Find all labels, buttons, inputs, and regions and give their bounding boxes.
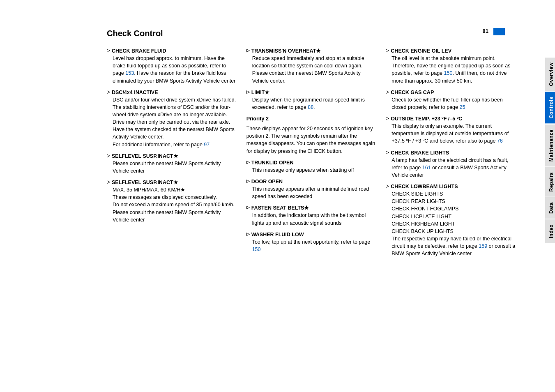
entry-title: TRANSMISS'N OVERHEAT★ xyxy=(251,47,321,55)
entry-body: Level has dropped approx. to minimum. Ha… xyxy=(107,55,238,85)
entry-check-engine-oil: ▷ CHECK ENGINE OIL LEV The oil level is … xyxy=(386,47,517,85)
triangle-icon: ▷ xyxy=(107,179,110,185)
link-97[interactable]: 97 xyxy=(204,142,210,148)
triangle-icon: ▷ xyxy=(246,48,250,54)
entry-title: WASHER FLUID LOW xyxy=(251,231,304,238)
entry-title: CHECK LOWBEAM LIGHTS xyxy=(391,183,458,190)
triangle-icon: ▷ xyxy=(386,48,389,54)
entry-header: ▷ CHECK ENGINE OIL LEV xyxy=(386,47,517,55)
link-153[interactable]: 153 xyxy=(125,70,134,76)
tab-maintenance[interactable]: Maintenance xyxy=(545,125,555,166)
priority-label: Priority 2 xyxy=(246,115,378,122)
priority2-section: Priority 2 These displays appear for 20 … xyxy=(246,115,378,155)
priority-description: These displays appear for 20 seconds as … xyxy=(246,125,378,155)
triangle-icon: ▷ xyxy=(246,231,250,238)
triangle-icon: ▷ xyxy=(246,89,250,95)
tab-overview[interactable]: Overview xyxy=(545,58,555,91)
entry-title: CHECK ENGINE OIL LEV xyxy=(391,47,451,55)
entry-body: MAX. 35 MPH/MAX. 60 KM/H★ These messages… xyxy=(107,186,238,224)
entry-title: DOOR OPEN xyxy=(251,178,283,185)
entry-header: ▷ SELFLEVEL SUSP.INACT★ xyxy=(107,179,238,186)
entry-check-brake-fluid: ▷ CHECK BRAKE FLUID Level has dropped ap… xyxy=(107,47,238,85)
entry-body: Reduce speed immediately and stop at a s… xyxy=(246,55,378,85)
entry-body: DSC and/or four-wheel drive system xDriv… xyxy=(107,96,238,148)
entry-body: This message appears after a minimal def… xyxy=(246,185,378,200)
entry-body: A lamp has failed or the electrical circ… xyxy=(386,157,517,179)
entry-selflevel1: ▷ SELFLEVEL SUSP.INACT★ Please consult t… xyxy=(107,152,238,175)
entry-trunklid-open: ▷ TRUNKLID OPEN This message only appear… xyxy=(246,159,378,174)
column-1: ▷ CHECK BRAKE FLUID Level has dropped ap… xyxy=(107,47,238,261)
entry-title: CHECK BRAKE LIGHTS xyxy=(391,149,449,157)
entry-check-gas-cap: ▷ CHECK GAS CAP Check to see whether the… xyxy=(386,89,517,111)
triangle-icon: ▷ xyxy=(386,150,389,156)
entry-washer-fluid: ▷ WASHER FLUID LOW Too low, top up at th… xyxy=(246,231,378,253)
link-25[interactable]: 25 xyxy=(459,104,465,110)
triangle-icon: ▷ xyxy=(386,183,389,189)
page-title: Check Control xyxy=(107,29,517,38)
entry-title: LIMIT★ xyxy=(251,89,270,96)
entry-body: Check to see whether the fuel filler cap… xyxy=(386,96,517,111)
entry-header: ▷ DSC/4x4 INACTIVE xyxy=(107,89,238,96)
content-columns: ▷ CHECK BRAKE FLUID Level has dropped ap… xyxy=(107,47,517,261)
link-88[interactable]: 88 xyxy=(308,104,313,110)
entry-title: OUTSIDE TEMP. +23 ºF /–5 ºC xyxy=(391,115,462,122)
column-2: ▷ TRANSMISS'N OVERHEAT★ Reduce speed imm… xyxy=(246,47,378,261)
entry-header: ▷ TRUNKLID OPEN xyxy=(246,159,378,166)
entry-body: Display when the programmed road-speed l… xyxy=(246,96,378,111)
link-76[interactable]: 76 xyxy=(497,138,503,144)
entry-title: DSC/4x4 INACTIVE xyxy=(112,89,158,96)
entry-title: SELFLEVEL SUSP.INACT★ xyxy=(112,179,178,186)
entry-header: ▷ SELFLEVEL SUSP.INACT★ xyxy=(107,152,238,160)
entry-selflevel2: ▷ SELFLEVEL SUSP.INACT★ MAX. 35 MPH/MAX.… xyxy=(107,179,238,224)
page-number: 81 xyxy=(483,28,488,34)
entry-title: TRUNKLID OPEN xyxy=(251,159,294,166)
entry-header: ▷ WASHER FLUID LOW xyxy=(246,231,378,238)
entry-header: ▷ CHECK BRAKE FLUID xyxy=(107,47,238,55)
triangle-icon: ▷ xyxy=(107,89,110,95)
triangle-icon: ▷ xyxy=(246,159,250,166)
tab-data[interactable]: Data xyxy=(545,197,555,219)
tab-repairs[interactable]: Repairs xyxy=(545,167,555,197)
entry-body: Too low, top up at the next opportunity,… xyxy=(246,238,378,253)
page-accent-bar xyxy=(493,28,505,35)
entry-header: ▷ TRANSMISS'N OVERHEAT★ xyxy=(246,47,378,55)
entry-check-brake-lights: ▷ CHECK BRAKE LIGHTS A lamp has failed o… xyxy=(386,149,517,179)
triangle-icon: ▷ xyxy=(107,48,110,54)
entry-header: ▷ CHECK LOWBEAM LIGHTS xyxy=(386,183,517,190)
triangle-icon: ▷ xyxy=(386,115,389,122)
triangle-icon: ▷ xyxy=(246,178,250,184)
entry-body: CHECK SIDE LIGHTS CHECK REAR LIGHTS CHEC… xyxy=(386,190,517,257)
entry-body: Please consult the nearest BMW Sports Ac… xyxy=(107,160,238,175)
entry-door-open: ▷ DOOR OPEN This message appears after a… xyxy=(246,178,378,200)
tab-index[interactable]: Index xyxy=(545,219,555,243)
entry-transmission-overheat: ▷ TRANSMISS'N OVERHEAT★ Reduce speed imm… xyxy=(246,47,378,85)
tab-controls[interactable]: Controls xyxy=(545,92,555,123)
link-159[interactable]: 159 xyxy=(479,243,487,249)
entry-body: This display is only an example. The cur… xyxy=(386,122,517,145)
link-150-oil[interactable]: 150 xyxy=(444,70,453,76)
entry-title: CHECK GAS CAP xyxy=(391,89,434,96)
entry-header: ▷ DOOR OPEN xyxy=(246,178,378,185)
entry-title: SELFLEVEL SUSP.INACT★ xyxy=(112,152,178,160)
entry-check-lights-group: ▷ CHECK LOWBEAM LIGHTS CHECK SIDE LIGHTS… xyxy=(386,183,517,257)
column-3: ▷ CHECK ENGINE OIL LEV The oil level is … xyxy=(386,47,517,261)
entry-title: FASTEN SEAT BELTS★ xyxy=(251,204,309,212)
triangle-icon: ▷ xyxy=(107,153,110,159)
entry-fasten-seat-belts: ▷ FASTEN SEAT BELTS★ In addition, the in… xyxy=(246,204,378,226)
entry-title: CHECK BRAKE FLUID xyxy=(112,47,166,55)
entry-header: ▷ CHECK BRAKE LIGHTS xyxy=(386,149,517,157)
entry-header: ▷ CHECK GAS CAP xyxy=(386,89,517,96)
sidebar-right: Overview Controls Maintenance Repairs Da… xyxy=(530,0,555,392)
link-161[interactable]: 161 xyxy=(422,165,431,171)
entry-header: ▷ FASTEN SEAT BELTS★ xyxy=(246,204,378,212)
entry-body: The oil level is at the absolute minimum… xyxy=(386,55,517,85)
entry-outside-temp: ▷ OUTSIDE TEMP. +23 ºF /–5 ºC This displ… xyxy=(386,115,517,145)
main-content: 81 Check Control ▷ CHECK BRAKE FLUID Lev… xyxy=(0,0,530,392)
triangle-icon: ▷ xyxy=(246,205,250,211)
link-150-washer[interactable]: 150 xyxy=(252,247,261,252)
entry-body: This message only appears when starting … xyxy=(246,166,378,174)
entry-header: ▷ LIMIT★ xyxy=(246,89,378,96)
entry-header: ▷ OUTSIDE TEMP. +23 ºF /–5 ºC xyxy=(386,115,517,122)
entry-limit: ▷ LIMIT★ Display when the programmed roa… xyxy=(246,89,378,111)
triangle-icon: ▷ xyxy=(386,89,389,95)
